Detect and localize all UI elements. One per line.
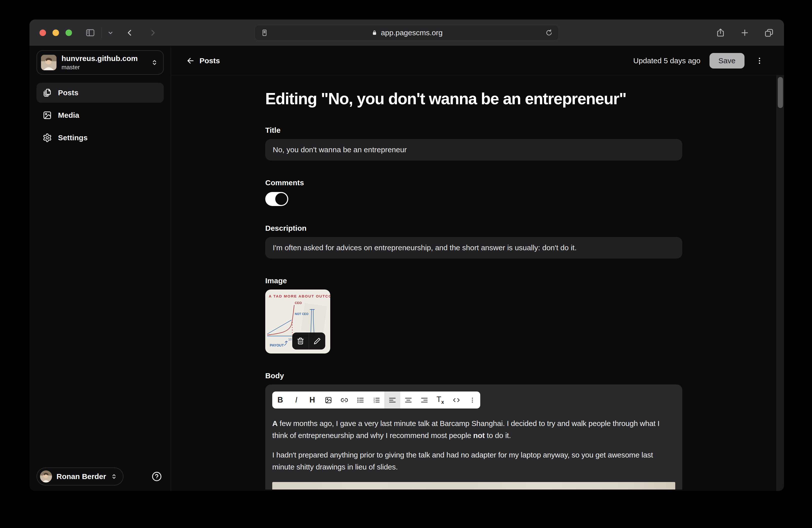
repo-name: hunvreus.github.com xyxy=(61,54,146,63)
save-button[interactable]: Save xyxy=(710,53,744,69)
sidebar-item-posts[interactable]: Posts xyxy=(37,83,164,103)
body-paragraph: A few months ago, I gave a very last min… xyxy=(272,417,675,441)
sidebar-item-label: Media xyxy=(58,111,79,119)
title-input[interactable] xyxy=(265,139,682,161)
back-icon[interactable] xyxy=(125,28,134,37)
sidebar-item-label: Posts xyxy=(58,88,78,97)
gear-icon xyxy=(43,133,52,143)
tab-overview-icon[interactable] xyxy=(764,28,774,38)
back-label: Posts xyxy=(200,57,220,65)
page-scrollbar-thumb[interactable] xyxy=(778,77,783,108)
sketch-label-not-ceo: NOT CEO xyxy=(295,312,308,316)
heading-button[interactable]: H xyxy=(304,392,320,409)
chevrons-up-down-icon xyxy=(111,473,117,480)
sketch-label-ceo: CEO xyxy=(295,301,302,305)
body-paragraph: I hadn't prepared anything prior to givi… xyxy=(272,449,675,473)
url-text: app.pagescms.org xyxy=(381,29,443,37)
repo-avatar xyxy=(41,55,57,70)
body-embedded-image xyxy=(272,482,675,489)
help-icon[interactable] xyxy=(151,471,162,482)
main-panel: Posts Updated 5 days ago Save Editing "N… xyxy=(171,46,784,491)
italic-button[interactable]: I xyxy=(288,392,304,409)
media-icon xyxy=(43,111,52,120)
minimize-window-button[interactable] xyxy=(53,29,59,36)
repo-branch: master xyxy=(61,64,146,71)
chevrons-up-down-icon xyxy=(151,59,158,66)
link-icon[interactable] xyxy=(336,392,352,409)
bold-button[interactable]: B xyxy=(272,392,288,409)
sidebar-nav: Posts Media xyxy=(37,83,164,148)
sidebar-chevron-icon[interactable] xyxy=(107,29,114,36)
posts-icon xyxy=(43,88,52,98)
title-field-group: Title xyxy=(265,126,682,161)
body-label: Body xyxy=(265,371,682,380)
insert-image-icon[interactable] xyxy=(320,392,336,409)
user-menu[interactable]: Ronan Berder xyxy=(37,468,124,485)
entry-header: Posts Updated 5 days ago Save xyxy=(171,46,784,75)
sidebar-item-settings[interactable]: Settings xyxy=(37,128,164,148)
comments-label: Comments xyxy=(265,178,682,187)
back-to-posts-button[interactable]: Posts xyxy=(186,56,220,65)
toolbar-more-icon[interactable] xyxy=(464,392,480,409)
comments-field-group: Comments xyxy=(265,178,682,206)
browser-window: app.pagescms.org xyxy=(29,19,784,491)
title-label: Title xyxy=(265,126,682,134)
description-field-group: Description xyxy=(265,224,682,259)
body-editor[interactable]: B I H xyxy=(265,384,682,489)
share-icon[interactable] xyxy=(715,28,725,38)
repo-selector[interactable]: hunvreus.github.com master xyxy=(37,50,164,75)
new-tab-icon[interactable] xyxy=(740,28,750,38)
sidebar-item-media[interactable]: Media xyxy=(37,105,164,125)
svg-text:3: 3 xyxy=(373,401,375,403)
toggle-knob xyxy=(275,193,287,205)
bullet-list-icon[interactable] xyxy=(352,392,368,409)
pagescms-app: hunvreus.github.com master xyxy=(29,46,784,491)
browser-toolbar: app.pagescms.org xyxy=(29,19,784,46)
code-icon[interactable] xyxy=(448,392,464,409)
user-name: Ronan Berder xyxy=(57,472,106,481)
edit-image-icon[interactable] xyxy=(309,333,325,350)
lock-icon xyxy=(371,29,378,36)
sketch-heading: A TAD MORE ABOUT OUTCOMES xyxy=(269,294,330,298)
more-options-icon[interactable] xyxy=(754,56,766,65)
ordered-list-icon[interactable]: 123 xyxy=(368,392,384,409)
richtext-toolbar: B I H xyxy=(272,392,480,409)
image-field-group: Image A TAD MORE ABOUT OUTCOMES xyxy=(265,277,682,353)
description-label: Description xyxy=(265,224,682,233)
updated-status: Updated 5 days ago xyxy=(633,57,700,65)
image-actions xyxy=(292,333,325,350)
arrow-left-icon xyxy=(186,56,195,65)
desktop: app.pagescms.org xyxy=(0,0,812,528)
page-scrollbar-track[interactable] xyxy=(777,75,784,491)
comments-toggle[interactable] xyxy=(265,192,288,206)
body-content[interactable]: A few months ago, I gave a very last min… xyxy=(272,417,675,473)
sidebar-item-label: Settings xyxy=(58,133,87,142)
description-input[interactable] xyxy=(265,237,682,259)
delete-image-icon[interactable] xyxy=(292,333,309,350)
sketch-label-payout: PAYOUT xyxy=(270,343,284,347)
entry-form: Editing "No, you don't wanna be an entre… xyxy=(171,75,777,491)
clear-formatting-button[interactable]: Tx xyxy=(432,392,448,409)
address-bar[interactable]: app.pagescms.org xyxy=(255,25,559,41)
forward-icon[interactable] xyxy=(148,28,157,37)
align-right-icon[interactable] xyxy=(416,392,432,409)
align-left-icon[interactable] xyxy=(384,392,400,409)
user-avatar xyxy=(40,470,52,483)
close-window-button[interactable] xyxy=(40,29,46,36)
body-field-group: Body B I H xyxy=(265,371,682,489)
app-sidebar: hunvreus.github.com master xyxy=(29,46,171,491)
sidebar-toggle-icon[interactable] xyxy=(85,28,96,38)
page-title: Editing "No, you don't wanna be an entre… xyxy=(265,89,682,108)
align-center-icon[interactable] xyxy=(400,392,416,409)
traffic-lights xyxy=(40,29,72,36)
image-label: Image xyxy=(265,277,682,285)
zoom-window-button[interactable] xyxy=(66,29,72,36)
